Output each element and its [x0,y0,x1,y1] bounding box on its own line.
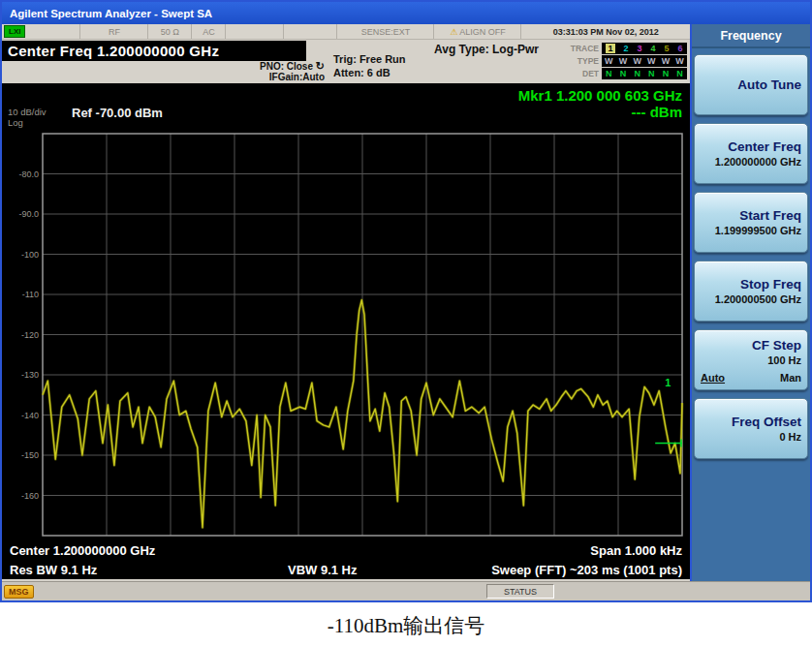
trace-digit: 3 [637,44,641,53]
loop-icon: ↻ [316,60,325,72]
type-letter: W [633,56,641,66]
softkey-start-freq[interactable]: Start Freq 1.199999500 GHz [694,192,808,253]
marker-freq: Mkr1 1.200 000 603 GHz [518,87,682,104]
softkey-center-freq[interactable]: Center Freq 1.200000000 GHz [694,123,808,184]
type-letter: W [662,56,671,66]
trace-digit: 2 [623,44,628,53]
footer-span: Span 1.000 kHz [590,543,682,558]
pno-value: PNO: Close ↻ [194,61,325,72]
plot-footer: Center 1.200000000 GHz Span 1.000 kHz Re… [2,540,690,579]
softkey-freq-offset[interactable]: Freq Offset 0 Hz [694,398,808,459]
trace-digit: 1 [606,44,614,53]
center-freq-banner: Center Freq 1.200000000 GHz [2,41,306,61]
menu-title: Frequency [692,24,810,48]
status-cell-empty-3 [284,24,337,39]
footer-sweep: Sweep (FFT) ~203 ms (1001 pts) [491,563,682,577]
softkey-value: 100 Hz [767,354,801,366]
trace-digits: 123456 [602,43,687,54]
log-mode: Log [8,117,47,128]
det-letter: N [634,69,640,78]
msg-badge[interactable]: MSG [4,585,34,599]
trace-label: TRACE [571,44,599,53]
spectrum-display: Mkr1 1.200 000 603 GHz --- dBm 10 dB/div… [2,83,690,579]
svg-text:-120: -120 [21,330,39,340]
svg-text:-100: -100 [21,250,39,260]
det-label: DET [582,69,599,78]
settings-info-bar: Center Freq 1.200000000 GHz PNO: Close ↻… [2,40,690,83]
marker-1-glyph: 1 [665,377,671,388]
avg-type-readout: Avg Type: Log-Pwr [434,43,539,56]
trig-value: Trig: Free Run [333,52,406,66]
status-cell-empty-2 [226,24,284,39]
atten-value: Atten: 6 dB [333,66,406,79]
amplitude-scale-label: 10 dB/div Log [8,107,47,128]
cf-step-toggle: Auto Man [701,372,801,384]
det-letters: NNNNNN [602,68,687,79]
footer-row-2: Res BW 9.1 Hz VBW 9.1 Hz Sweep (FFT) ~20… [2,560,690,579]
type-letter: W [605,56,613,66]
window-titlebar: Agilent Spectrum Analyzer - Swept SA [2,2,810,24]
instrument-screen: LXI RF 50 Ω AC SENSE:EXT ⚠ ALIGN OFF 03:… [2,24,690,581]
cf-step-man[interactable]: Man [780,372,801,384]
footer-res-bw: Res BW 9.1 Hz [10,563,97,577]
rf-indicator: RF [80,24,148,39]
cf-step-auto[interactable]: Auto [701,372,725,384]
svg-text:-150: -150 [21,450,39,460]
softkey-label: Auto Tune [737,77,801,92]
impedance-indicator: 50 Ω [148,24,192,39]
softkey-stack: Auto Tune Center Freq 1.200000000 GHz St… [692,48,810,465]
softkey-filler [692,465,810,581]
coupling-indicator: AC [192,24,226,39]
softkey-cf-step[interactable]: CF Step 100 Hz Auto Man [694,329,808,390]
analyzer-window: Agilent Spectrum Analyzer - Swept SA LXI… [0,0,812,602]
main-row: LXI RF 50 Ω AC SENSE:EXT ⚠ ALIGN OFF 03:… [2,24,810,581]
trace-number-row: TRACE 123456 [571,42,687,54]
figure-caption: -110dBm输出信号 [0,612,812,639]
svg-text:-160: -160 [21,491,39,501]
softkey-auto-tune[interactable]: Auto Tune [694,54,808,115]
type-letters: WWWWWW [602,55,687,67]
align-indicator: ⚠ ALIGN OFF [434,24,521,39]
ifgain-value: IFGain:Auto [194,72,325,82]
svg-text:-110: -110 [22,290,39,299]
status-cell: STATUS [486,584,554,599]
type-letter: W [619,56,628,66]
svg-text:-130: -130 [21,370,39,380]
softkey-stop-freq[interactable]: Stop Freq 1.200000500 GHz [694,261,808,322]
type-label: TYPE [578,56,599,66]
trace-det-row: DET NNNNNN [571,67,687,79]
trace-digit: 6 [677,44,682,53]
trace-digit: 5 [664,44,669,53]
spectrum-graph: -80.0-90.0-100-110-120-130-140-150-1601 [2,83,690,579]
trace-digit: 4 [650,44,655,53]
softkey-label: Start Freq [739,208,801,223]
softkey-value: 0 Hz [779,431,801,443]
trace-type-row: TYPE WWWWWW [571,54,687,67]
det-letter: N [606,69,612,78]
type-letter: W [647,56,656,66]
softkey-value: 1.199999500 GHz [715,225,801,236]
top-status-strip: LXI RF 50 Ω AC SENSE:EXT ⚠ ALIGN OFF 03:… [2,24,690,40]
window-title: Agilent Spectrum Analyzer - Swept SA [10,8,212,19]
softkey-label: CF Step [752,338,801,353]
softkey-value: 1.200000500 GHz [715,293,801,305]
status-cell-empty-1 [27,24,80,39]
align-text: ALIGN OFF [459,27,506,37]
trigger-block: Trig: Free Run Atten: 6 dB [333,52,406,79]
trace-status-block: TRACE 123456 TYPE WWWWWW DET NNNNNN [571,42,687,79]
warning-icon: ⚠ [450,27,457,37]
footer-center-freq: Center 1.200000000 GHz [10,543,155,558]
screenshot-root: Agilent Spectrum Analyzer - Swept SA LXI… [0,0,812,639]
marker-readout: Mkr1 1.200 000 603 GHz --- dBm [518,87,682,120]
db-per-div: 10 dB/div [8,107,47,117]
sense-indicator: SENSE:EXT [337,24,434,39]
type-letter: W [675,56,684,66]
footer-row-1: Center 1.200000000 GHz Span 1.000 kHz [2,540,690,560]
det-letter: N [676,69,683,78]
det-letter: N [663,69,670,78]
pno-block: PNO: Close ↻ IFGain:Auto [194,61,325,82]
ref-level-readout: Ref -70.00 dBm [72,106,163,120]
marker-amplitude: --- dBm [518,104,682,120]
det-letter: N [620,69,627,78]
svg-text:-140: -140 [21,411,39,420]
